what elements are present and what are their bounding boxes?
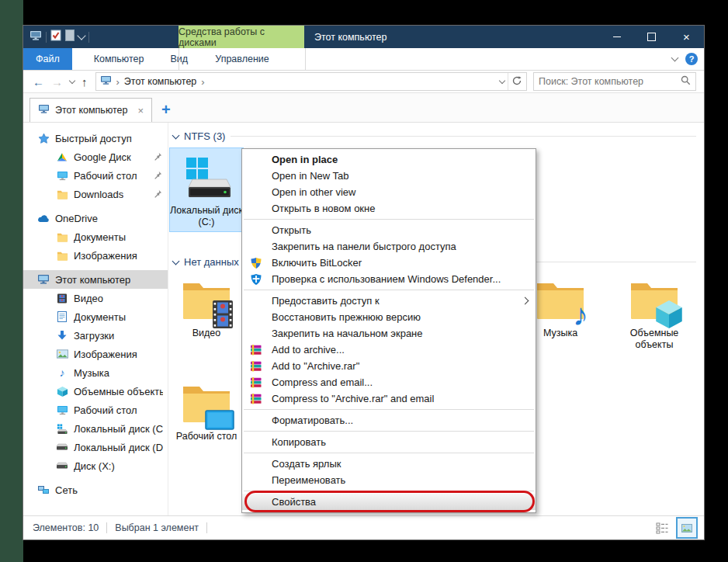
- menu-item-create-shortcut[interactable]: Создать ярлык: [242, 456, 536, 472]
- sidebar-item-downloads[interactable]: Загрузки: [23, 326, 168, 345]
- pin-icon: [154, 152, 163, 161]
- menu-item-rename[interactable]: Переименовать: [242, 472, 536, 488]
- menu-item-compress-to-rar-and-email[interactable]: Compress to "Archive.rar" and email: [242, 390, 536, 407]
- menu-separator: [244, 453, 534, 453]
- menu-item-copy[interactable]: Копировать: [242, 434, 536, 450]
- music-note-glyph: ♪: [573, 299, 588, 330]
- menu-item-properties[interactable]: Свойства: [242, 494, 536, 510]
- windows-defender-icon: [250, 273, 262, 286]
- sidebar-item-local-disk-c[interactable]: Локальный диск (C:): [23, 419, 168, 438]
- maximize-icon: [647, 33, 656, 41]
- navigation-pane: Быстрый доступ Google Диск Рабочий стол …: [23, 123, 168, 515]
- folder-3d-icon: [629, 276, 679, 325]
- help-icon[interactable]: ?: [685, 53, 698, 65]
- drive-icon: [56, 460, 68, 472]
- menu-item-turn-on-bitlocker[interactable]: Включить BitLocker: [242, 255, 536, 271]
- tab-computer[interactable]: Компьютер: [83, 48, 155, 70]
- group-header-ntfs[interactable]: NTFS (3): [173, 130, 696, 142]
- this-pc-icon[interactable]: [29, 30, 42, 44]
- new-tab-button[interactable]: +: [152, 101, 180, 122]
- sidebar-item-documents[interactable]: Документы: [23, 307, 168, 326]
- menu-item-open-in-new-tab[interactable]: Open in New Tab: [242, 168, 536, 184]
- tab-label: Этот компьютер: [55, 105, 127, 116]
- sidebar-item-3d-objects[interactable]: Объемные объекты: [23, 382, 168, 401]
- tile-desktop[interactable]: Рабочий стол: [170, 379, 243, 442]
- address-bar-controls: [500, 73, 526, 90]
- submenu-arrow-icon: [522, 297, 529, 305]
- google-drive-icon: [56, 151, 68, 163]
- window-controls: ×: [599, 26, 704, 48]
- menu-item-pin-to-quick-access[interactable]: Закрепить на панели быстрого доступа: [242, 238, 536, 255]
- menu-item-format[interactable]: Форматировать...: [242, 412, 536, 428]
- customize-toolbar-chevron-icon[interactable]: [77, 31, 85, 40]
- properties-check-icon[interactable]: [50, 29, 61, 44]
- sidebar-item-onedrive-documents[interactable]: Документы: [23, 227, 168, 246]
- menu-item-restore-previous-versions[interactable]: Восстановить прежнюю версию: [242, 309, 536, 325]
- sidebar-item-quick-access[interactable]: Быстрый доступ: [23, 129, 168, 147]
- explorer-tab-bar: Этот компьютер × +: [23, 93, 704, 123]
- menu-item-open-in-new-window[interactable]: Открыть в новом окне: [242, 200, 536, 217]
- drive-windows-icon: [182, 153, 231, 203]
- tile-3d-objects[interactable]: Объемные объекты: [618, 276, 691, 351]
- sidebar-item-google-drive[interactable]: Google Диск: [23, 147, 168, 166]
- refresh-icon[interactable]: [511, 75, 522, 88]
- tab-close-icon[interactable]: ×: [137, 105, 144, 116]
- tab-file[interactable]: Файл: [23, 48, 72, 70]
- tab-this-pc[interactable]: Этот компьютер ×: [29, 98, 152, 122]
- menu-item-add-to-archive-rar[interactable]: Add to "Archive.rar": [242, 358, 536, 374]
- address-bar[interactable]: › Этот компьютер ›: [95, 72, 528, 91]
- sidebar-item-disk-x[interactable]: Диск (X:): [23, 456, 168, 475]
- collapse-ribbon-chevron-icon[interactable]: [671, 54, 679, 62]
- sidebar-item-local-disk-d[interactable]: Локальный диск (D:): [23, 438, 168, 456]
- document-icon[interactable]: [65, 29, 75, 44]
- menu-separator: [244, 290, 534, 290]
- menu-separator: [244, 219, 534, 220]
- sidebar-item-desktop[interactable]: Рабочий стол: [23, 401, 168, 419]
- menu-item-give-access-to[interactable]: Предоставить доступ к: [242, 293, 536, 309]
- search-box[interactable]: [533, 72, 696, 91]
- tab-manage[interactable]: Управление: [179, 48, 306, 70]
- menu-item-open-in-place[interactable]: Open in place: [242, 151, 536, 168]
- tile-local-disk-c[interactable]: Локальный диск (C:): [170, 148, 243, 231]
- sidebar-item-pictures[interactable]: Изображения: [23, 345, 168, 363]
- breadcrumb-chevron[interactable]: ›: [201, 76, 204, 88]
- close-button[interactable]: ×: [669, 26, 704, 48]
- location-this-pc-icon: [100, 75, 112, 88]
- collapse-group-chevron-icon[interactable]: [172, 131, 180, 139]
- sidebar-item-onedrive[interactable]: OneDrive: [23, 209, 168, 227]
- maximize-button[interactable]: [634, 26, 669, 48]
- search-input[interactable]: [534, 76, 681, 87]
- menu-item-open-in-other-view[interactable]: Open in other view: [242, 184, 536, 200]
- menu-item-pin-to-start[interactable]: Закрепить на начальном экране: [242, 325, 536, 342]
- menu-item-compress-and-email[interactable]: Compress and email...: [242, 374, 536, 390]
- explorer-window: Средства работы с дисками Этот компьютер…: [23, 26, 704, 539]
- desktop-icon: [56, 169, 68, 182]
- back-icon[interactable]: ←: [33, 76, 44, 88]
- details-view-icon: [656, 522, 668, 534]
- minimize-button[interactable]: [599, 26, 634, 48]
- toolbar-separator: [88, 32, 89, 43]
- recent-locations-chevron-icon[interactable]: [69, 77, 75, 83]
- large-icons-view-button[interactable]: [676, 517, 698, 539]
- sidebar-item-music[interactable]: ♪ Музыка: [23, 363, 168, 382]
- sidebar-item-videos[interactable]: Видео: [23, 289, 168, 307]
- address-dropdown-chevron-icon[interactable]: [499, 77, 505, 83]
- sidebar-item-downloads-pinned[interactable]: Downloads: [23, 185, 168, 203]
- breadcrumb-this-pc[interactable]: Этот компьютер: [124, 76, 196, 87]
- up-icon[interactable]: ↑: [81, 76, 88, 88]
- search-icon[interactable]: [681, 75, 691, 88]
- collapse-group-chevron-icon[interactable]: [172, 257, 180, 265]
- desktop-icon: [56, 404, 68, 416]
- sidebar-item-desktop-pinned[interactable]: Рабочий стол: [23, 166, 168, 185]
- videos-icon: [56, 292, 68, 304]
- menu-item-add-to-archive[interactable]: Add to archive...: [242, 342, 536, 358]
- details-view-button[interactable]: [653, 519, 671, 537]
- menu-item-open[interactable]: Открыть: [242, 222, 536, 238]
- sidebar-item-onedrive-pictures[interactable]: Изображения: [23, 246, 168, 265]
- sidebar-item-network[interactable]: Сеть: [23, 480, 168, 499]
- forward-icon[interactable]: →: [51, 76, 63, 88]
- contextual-tab-label: Средства работы с дисками: [179, 26, 304, 48]
- menu-item-scan-with-windows-defender[interactable]: Проверка с использованием Windows Defend…: [242, 271, 536, 287]
- tile-videos[interactable]: Видео: [170, 276, 243, 339]
- sidebar-item-this-pc[interactable]: Этот компьютер: [23, 270, 168, 289]
